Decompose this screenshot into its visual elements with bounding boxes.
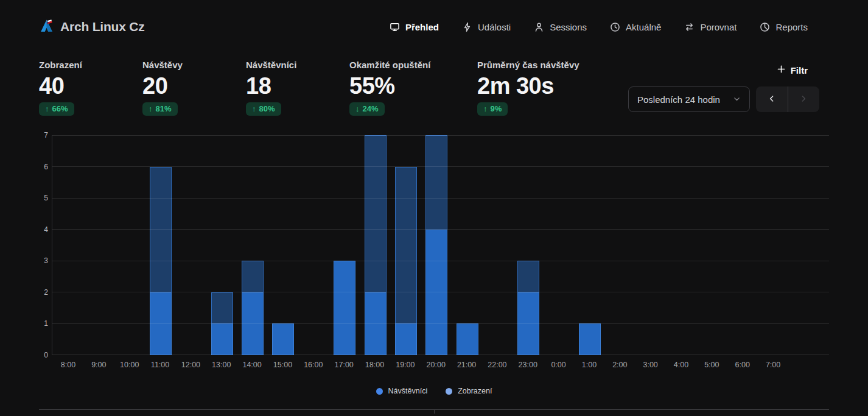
user-icon	[534, 22, 544, 32]
bar-visitors-2000[interactable]	[425, 230, 447, 355]
chart-section: 01234567 8:009:0010:0011:0012:0013:0014:…	[39, 135, 829, 395]
x-tick-label: 20:00	[420, 361, 452, 369]
metric-value: 18	[246, 72, 349, 100]
metric-change-badge: ↑66%	[39, 102, 74, 116]
y-tick-label: 0	[35, 351, 48, 359]
x-tick-label: 17:00	[328, 361, 360, 369]
y-tick-label: 2	[35, 288, 48, 297]
y-tick-label: 5	[35, 194, 48, 202]
clock-icon	[610, 22, 620, 32]
metric-prumerny-cas: Průměrný čas návštěvy2m 30s↑9%	[477, 60, 581, 116]
lightning-icon	[462, 22, 472, 32]
nav-item-porovnat[interactable]: Porovnat	[684, 22, 737, 32]
bar-visitors-1100[interactable]	[150, 292, 172, 355]
legend-item-návštěvníci[interactable]: Návštěvníci	[376, 387, 428, 395]
x-tick-label: 21:00	[451, 361, 483, 369]
pie-chart-icon	[760, 22, 770, 32]
metric-navstevnici: Návštěvníci18↑80%	[246, 60, 349, 116]
site-title: Arch Linux Cz	[60, 19, 145, 34]
bar-visitors-1400[interactable]	[242, 292, 264, 355]
metric-change-value: 81%	[156, 104, 172, 113]
metric-change-value: 80%	[259, 104, 275, 113]
bar-visitors-1700[interactable]	[334, 261, 355, 355]
arrow-down-icon: ↓	[355, 104, 360, 113]
legend-label: Návštěvníci	[388, 387, 428, 395]
bar-visitors-2100[interactable]	[457, 323, 478, 355]
bottom-panel-left	[39, 410, 434, 414]
chevron-left-icon	[768, 94, 776, 105]
previous-period-button[interactable]	[756, 86, 788, 112]
bar-visitors-2300[interactable]	[517, 292, 539, 355]
bar-visitors-1500[interactable]	[272, 323, 294, 355]
y-tick-label: 6	[35, 163, 48, 171]
x-tick-label: 2:00	[604, 361, 635, 369]
metric-zobrazeni: Zobrazení40↑66%	[39, 60, 142, 116]
monitor-icon	[390, 22, 400, 32]
nav-item-udalosti[interactable]: Události	[462, 22, 511, 32]
main-nav: PřehledUdálostiSessionsAktuálněPorovnatR…	[390, 22, 808, 32]
toolbar-controls: Filtr Posledních 24 hodin	[628, 65, 819, 112]
x-tick-label: 14:00	[236, 361, 268, 369]
legend-dot-icon	[376, 388, 383, 395]
metric-value: 55%	[349, 72, 477, 100]
nav-item-label: Porovnat	[700, 22, 737, 32]
date-range-value: Posledních 24 hodin	[637, 94, 720, 105]
chevron-right-icon	[799, 94, 808, 105]
y-tick-label: 7	[35, 131, 48, 139]
header: Arch Linux Cz PřehledUdálostiSessionsAkt…	[0, 0, 868, 54]
date-pager	[756, 86, 819, 112]
metric-value: 40	[39, 72, 142, 100]
metrics-section: Zobrazení40↑66%Návštěvy20↑81%Návštěvníci…	[0, 54, 868, 122]
chart-legend: NávštěvníciZobrazení	[39, 387, 829, 395]
legend-dot-icon	[446, 388, 452, 395]
metric-label: Zobrazení	[39, 60, 142, 71]
x-tick-label: 11:00	[144, 361, 176, 369]
bar-visitors-1800[interactable]	[365, 292, 387, 355]
brand[interactable]: Arch Linux Cz	[39, 18, 145, 36]
x-tick-label: 8:00	[52, 361, 84, 369]
x-tick-label: 16:00	[298, 361, 329, 369]
metric-label: Průměrný čas návštěvy	[477, 60, 581, 71]
arrow-up-icon: ↑	[149, 104, 153, 113]
arrow-up-icon: ↑	[483, 104, 488, 113]
nav-item-sessions[interactable]: Sessions	[534, 22, 587, 32]
chart-plot: 01234567	[52, 135, 829, 355]
x-tick-label: 7:00	[757, 361, 789, 369]
x-tick-label: 10:00	[114, 361, 145, 369]
chart-x-axis: 8:009:0010:0011:0012:0013:0014:0015:0016…	[39, 355, 829, 373]
filter-button-label: Filtr	[791, 65, 808, 76]
bar-visitors-1300[interactable]	[211, 323, 233, 355]
x-tick-label: 1:00	[573, 361, 605, 369]
compare-arrows-icon	[684, 22, 695, 32]
nav-item-label: Události	[478, 22, 511, 32]
metric-change-value: 24%	[363, 104, 379, 113]
bottom-panel-right	[434, 410, 830, 414]
metric-navstevy: Návštěvy20↑81%	[142, 60, 246, 116]
nav-item-aktualne[interactable]: Aktuálně	[610, 22, 661, 32]
bar-visitors-1900[interactable]	[395, 323, 417, 355]
nav-item-label: Aktuálně	[626, 22, 661, 32]
metric-value: 2m 30s	[477, 72, 581, 100]
x-tick-label: 5:00	[696, 361, 727, 369]
bar-visitors-100[interactable]	[579, 323, 601, 355]
nav-item-label: Sessions	[550, 22, 587, 32]
legend-item-zobrazení[interactable]: Zobrazení	[446, 387, 492, 395]
arrow-up-icon: ↑	[45, 104, 49, 113]
nav-item-label: Přehled	[405, 22, 439, 32]
date-range-select[interactable]: Posledních 24 hodin	[628, 86, 750, 112]
nav-item-prehled[interactable]: Přehled	[390, 22, 439, 32]
x-tick-label: 0:00	[543, 361, 575, 369]
nav-item-reports[interactable]: Reports	[760, 22, 808, 32]
next-period-button[interactable]	[788, 86, 820, 112]
x-tick-label: 6:00	[727, 361, 758, 369]
metric-value: 20	[142, 72, 246, 100]
x-tick-label: 23:00	[512, 361, 544, 369]
bottom-panels	[39, 409, 829, 414]
metric-label: Návštěvníci	[246, 60, 349, 71]
metric-change-badge: ↑9%	[477, 102, 508, 116]
metric-change-badge: ↑80%	[246, 102, 281, 116]
metric-change-badge: ↑81%	[142, 102, 178, 116]
legend-label: Zobrazení	[458, 387, 492, 395]
metric-okamzite-opusteni: Okamžité opuštění55%↓24%	[349, 60, 477, 116]
filter-button[interactable]: Filtr	[777, 65, 808, 76]
